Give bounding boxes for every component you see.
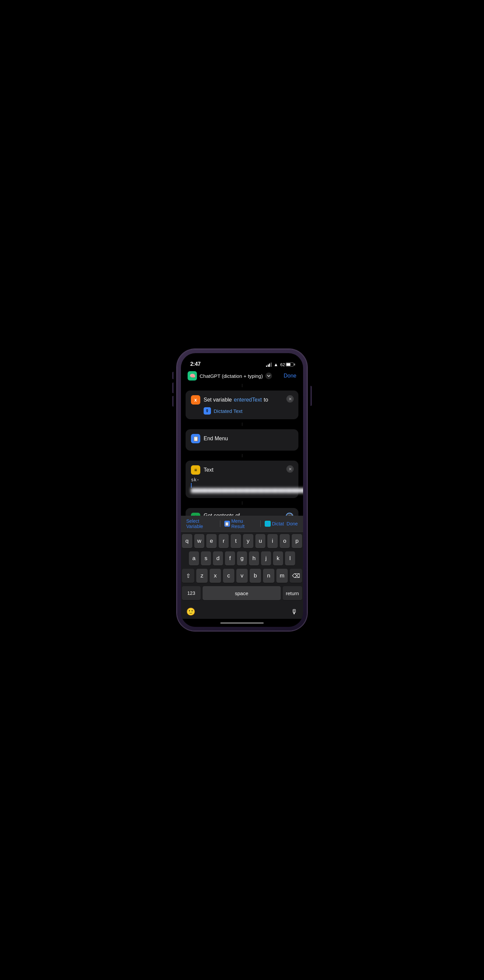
key-b[interactable]: b xyxy=(250,569,261,583)
keyboard-area: Select Variable 📋 Menu Result 🎙 Dictat D… xyxy=(181,516,303,619)
space-key[interactable]: space xyxy=(202,586,281,600)
nav-title-row: 🧠 ChatGPT (dictation + typing) xyxy=(188,371,272,380)
nav-done-button[interactable]: Done xyxy=(284,373,296,379)
get-contents-block: ⬇ Get contents of https://api.openai.com… xyxy=(186,508,298,516)
text-cursor xyxy=(191,483,192,488)
dictated-text-icon: 🎙 xyxy=(204,407,211,415)
connector-line-3 xyxy=(242,454,242,457)
text-prefix: sk- xyxy=(191,477,199,483)
home-indicator xyxy=(181,619,303,627)
key-z[interactable]: z xyxy=(196,569,208,583)
key-rows: q w e r t y u i o p a s d f xyxy=(181,532,303,605)
variable-name[interactable]: enteredText xyxy=(234,397,262,403)
key-row-3: ⇧ z x c v b n m ⌫ xyxy=(182,569,302,583)
key-a[interactable]: a xyxy=(189,551,199,565)
status-icons: ▲ 62 xyxy=(266,362,294,367)
keyboard-done-button[interactable]: Done xyxy=(287,521,298,527)
key-r[interactable]: r xyxy=(219,534,229,548)
text-block-close-button[interactable]: ✕ xyxy=(287,465,294,473)
key-v[interactable]: v xyxy=(236,569,248,583)
menu-result-suggestion[interactable]: 📋 Menu Result xyxy=(224,519,256,529)
end-menu-title: End Menu xyxy=(204,436,228,442)
mic-key[interactable]: 🎙 xyxy=(291,608,298,616)
key-p[interactable]: p xyxy=(292,534,302,548)
chevron-down-icon[interactable] xyxy=(265,372,272,379)
key-f[interactable]: f xyxy=(225,551,235,565)
set-variable-close-button[interactable]: ✕ xyxy=(287,395,294,402)
key-row-1: q w e r t y u i o p xyxy=(182,534,302,548)
variable-icon: x xyxy=(191,395,200,404)
suggestions-row: Select Variable 📋 Menu Result 🎙 Dictat D… xyxy=(181,516,303,532)
suggestion-divider-1 xyxy=(220,520,220,527)
key-j[interactable]: j xyxy=(261,551,271,565)
key-t[interactable]: t xyxy=(231,534,241,548)
shift-key[interactable]: ⇧ xyxy=(182,569,194,583)
nav-bar: 🧠 ChatGPT (dictation + typing) Done xyxy=(181,370,303,384)
key-d[interactable]: d xyxy=(213,551,223,565)
key-n[interactable]: n xyxy=(263,569,274,583)
text-block[interactable]: ≡ Text sk- █████████████████████████████… xyxy=(186,461,298,498)
end-menu-icon: 📋 xyxy=(191,434,200,443)
text-block-icon: ≡ xyxy=(191,465,200,475)
end-menu-block: 📋 End Menu xyxy=(186,429,298,450)
key-q[interactable]: q xyxy=(182,534,192,548)
text-blurred-content: ████████████████████████████████████████… xyxy=(191,488,303,493)
key-h[interactable]: h xyxy=(249,551,259,565)
key-k[interactable]: k xyxy=(273,551,283,565)
get-contents-title: Get contents of xyxy=(204,513,240,516)
set-variable-block: x Set variable enteredText to 🎙 Dictated… xyxy=(186,391,298,419)
key-o[interactable]: o xyxy=(280,534,290,548)
menu-result-icon: 📋 xyxy=(224,521,230,527)
key-i[interactable]: i xyxy=(267,534,278,548)
home-bar xyxy=(220,622,264,624)
battery: 62 xyxy=(280,362,294,367)
battery-icon xyxy=(286,363,294,366)
signal-icon xyxy=(266,363,272,367)
select-variable-suggestion[interactable]: Select Variable xyxy=(186,519,216,529)
return-key[interactable]: return xyxy=(283,586,302,600)
connector-line xyxy=(242,384,242,387)
key-m[interactable]: m xyxy=(276,569,288,583)
dynamic-island xyxy=(222,357,262,369)
get-contents-icon: ⬇ xyxy=(191,513,200,516)
connector-line-2 xyxy=(242,423,242,426)
set-variable-to: to xyxy=(264,397,268,403)
wifi-icon: ▲ xyxy=(274,362,279,367)
delete-key[interactable]: ⌫ xyxy=(290,569,302,583)
dictated-text-value[interactable]: Dictated Text xyxy=(213,408,242,414)
key-e[interactable]: e xyxy=(206,534,217,548)
key-s[interactable]: s xyxy=(201,551,211,565)
emoji-key[interactable]: 🙂 xyxy=(186,608,195,616)
text-content[interactable]: sk- ████████████████████████████████████… xyxy=(191,477,293,493)
set-variable-title: Set variable xyxy=(204,397,232,403)
connector-line-4 xyxy=(242,501,242,505)
numbers-key[interactable]: 123 xyxy=(182,586,201,600)
bottom-bar: 🙂 🎙 xyxy=(181,605,303,619)
status-time: 2:47 xyxy=(190,361,201,367)
dictated-icon: 🎙 xyxy=(265,521,271,527)
key-y[interactable]: y xyxy=(243,534,253,548)
key-w[interactable]: w xyxy=(194,534,205,548)
dictated-suggestion[interactable]: 🎙 Dictat xyxy=(265,521,284,527)
key-x[interactable]: x xyxy=(210,569,221,583)
key-g[interactable]: g xyxy=(237,551,247,565)
chatgpt-app-icon: 🧠 xyxy=(188,371,197,380)
key-row-4: 123 space return xyxy=(182,586,302,600)
suggestion-divider-2 xyxy=(260,520,261,527)
key-l[interactable]: l xyxy=(285,551,295,565)
text-block-title: Text xyxy=(204,467,213,473)
key-u[interactable]: u xyxy=(255,534,266,548)
nav-title: ChatGPT (dictation + typing) xyxy=(200,373,263,379)
content-area: x Set variable enteredText to 🎙 Dictated… xyxy=(181,384,303,516)
key-row-2: a s d f g h j k l xyxy=(182,551,302,565)
key-c[interactable]: c xyxy=(223,569,234,583)
